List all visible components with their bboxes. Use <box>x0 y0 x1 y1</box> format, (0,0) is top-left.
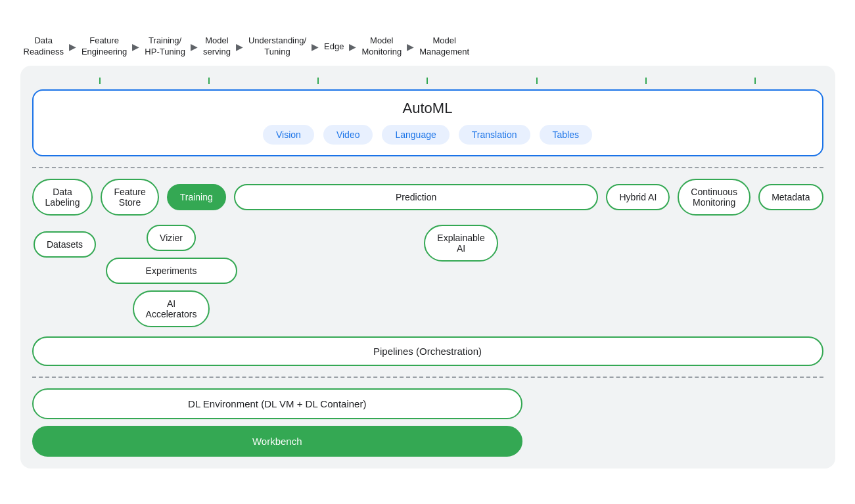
tick-4 <box>427 78 428 84</box>
automl-chips: Vision Video Language Translation Tables <box>47 125 809 145</box>
pill-vizier: Vizier <box>147 225 196 251</box>
dashed-divider-1 <box>32 167 823 168</box>
diagram-container: Data Readiness ▶ Feature Engineering ▶ T… <box>14 22 842 482</box>
step-data-readiness: Data Readiness <box>24 35 64 58</box>
arrow-icon-2: ▶ <box>132 41 139 52</box>
step-model-monitoring: Model Monitoring <box>361 35 402 58</box>
pipeline-header: Data Readiness ▶ Feature Engineering ▶ T… <box>20 35 835 66</box>
chip-vision: Vision <box>263 125 314 145</box>
chip-video: Video <box>323 125 373 145</box>
bottom-section: DL Environment (DL VM + DL Container) Wo… <box>32 388 522 457</box>
pill-training: Training <box>167 184 226 210</box>
arrow-icon-5: ▶ <box>312 41 319 52</box>
pill-pipelines: Pipelines (Orchestration) <box>32 336 823 366</box>
left-sub-col: Datasets <box>32 225 98 258</box>
pill-data-labeling: Data Labeling <box>32 179 93 216</box>
arrow-icon-7: ▶ <box>407 41 414 52</box>
step-training-hp: Training/ HP-Tuning <box>145 35 185 58</box>
step-model-serving: Model serving <box>203 35 231 58</box>
pill-experiments: Experiments <box>106 258 237 284</box>
arrow-icon-3: ▶ <box>191 41 198 52</box>
tick-1 <box>99 78 101 84</box>
pill-prediction: Prediction <box>234 184 599 210</box>
chip-language: Language <box>382 125 449 145</box>
chip-tables: Tables <box>540 125 592 145</box>
pipelines-row: Pipelines (Orchestration) <box>32 336 823 366</box>
arrow-icon-6: ▶ <box>349 41 356 52</box>
arrow-icon-4: ▶ <box>236 41 243 52</box>
tick-5 <box>536 78 538 84</box>
pill-feature-store: Feature Store <box>101 179 158 216</box>
arrow-icon-1: ▶ <box>69 41 76 52</box>
pill-metadata: Metadata <box>758 184 823 210</box>
pill-hybrid-ai: Hybrid AI <box>606 184 670 210</box>
pill-datasets: Datasets <box>34 231 96 258</box>
center-sub-col: Vizier Experiments AI Accelerators <box>106 225 237 327</box>
tick-6 <box>645 78 647 84</box>
pill-dl-env: DL Environment (DL VM + DL Container) <box>32 388 522 419</box>
pill-ai-accelerators: AI Accelerators <box>133 290 210 327</box>
sub-items-row: Datasets Vizier Experiments AI Accelerat… <box>32 225 823 327</box>
tick-2 <box>208 78 210 84</box>
pill-explainable-ai: Explainable AI <box>424 225 497 262</box>
dashed-divider-2 <box>32 377 823 378</box>
step-model-management: Model Management <box>419 35 469 58</box>
main-items-row: Data Labeling Feature Store Training Pre… <box>32 179 823 216</box>
automl-title: AutoML <box>47 100 809 117</box>
pred-sub-col: Explainable AI <box>271 225 651 262</box>
tick-3 <box>317 78 319 84</box>
pill-continuous-monitoring: Continuous Monitoring <box>678 179 751 216</box>
automl-section: AutoML Vision Video Language Translation… <box>32 89 823 156</box>
step-feature-engineering: Feature Engineering <box>81 35 127 58</box>
main-area: AutoML Vision Video Language Translation… <box>20 66 835 469</box>
chip-translation: Translation <box>459 125 530 145</box>
tick-7 <box>754 78 756 84</box>
step-understanding: Understanding/ Tuning <box>248 35 306 58</box>
step-edge: Edge <box>324 41 344 53</box>
pill-workbench: Workbench <box>32 426 522 457</box>
